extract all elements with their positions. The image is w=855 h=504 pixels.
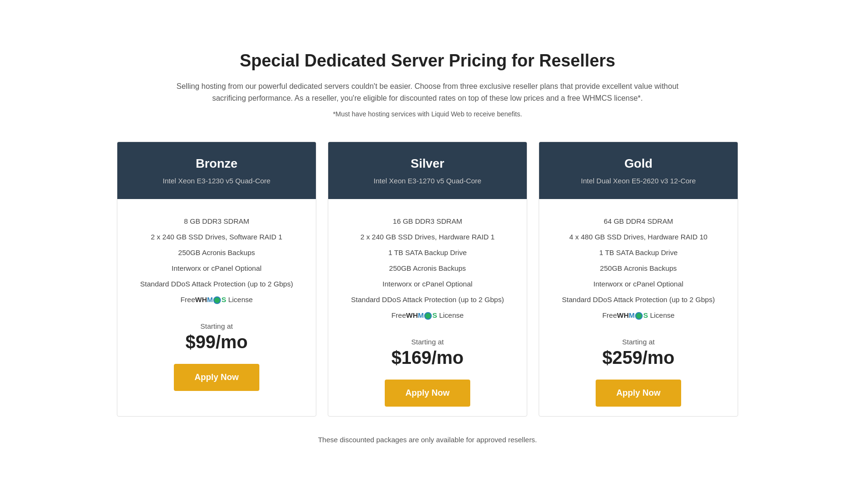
feature-item: 1 TB SATA Backup Drive xyxy=(338,245,517,260)
page-wrapper: Special Dedicated Server Pricing for Res… xyxy=(95,32,760,472)
apply-button-gold[interactable]: Apply Now xyxy=(596,380,681,407)
feature-item: 250GB Acronis Backups xyxy=(338,260,517,276)
pricing-section-silver: Starting at$169/mo xyxy=(338,338,517,368)
feature-item: Interworx or cPanel Optional xyxy=(338,276,517,292)
feature-item: 64 GB DDR4 SDRAM xyxy=(549,213,728,229)
card-bronze: BronzeIntel Xeon E3-1230 v5 Quad-Core8 G… xyxy=(117,142,316,417)
whmcs-badge: FreeWHMS License xyxy=(338,307,517,323)
starting-at-label-gold: Starting at xyxy=(549,338,728,346)
plan-processor-silver: Intel Xeon E3-1270 v5 Quad-Core xyxy=(338,177,517,185)
feature-item: 250GB Acronis Backups xyxy=(549,260,728,276)
feature-item: Interworx or cPanel Optional xyxy=(127,260,306,276)
feature-item: 250GB Acronis Backups xyxy=(127,245,306,260)
card-silver: SilverIntel Xeon E3-1270 v5 Quad-Core16 … xyxy=(328,142,527,417)
card-gold: GoldIntel Dual Xeon E5-2620 v3 12-Core64… xyxy=(539,142,738,417)
feature-list-bronze: 8 GB DDR3 SDRAM2 x 240 GB SSD Drives, So… xyxy=(127,213,306,308)
starting-at-label-bronze: Starting at xyxy=(127,322,306,330)
feature-item: 8 GB DDR3 SDRAM xyxy=(127,213,306,229)
price-bronze: $99/mo xyxy=(127,332,306,352)
feature-item: Standard DDoS Attack Protection (up to 2… xyxy=(338,292,517,307)
feature-list-gold: 64 GB DDR4 SDRAM4 x 480 GB SSD Drives, H… xyxy=(549,213,728,323)
card-body-bronze: 8 GB DDR3 SDRAM2 x 240 GB SSD Drives, So… xyxy=(117,199,316,400)
feature-item: 16 GB DDR3 SDRAM xyxy=(338,213,517,229)
price-silver: $169/mo xyxy=(338,348,517,368)
feature-item: 2 x 240 GB SSD Drives, Software RAID 1 xyxy=(127,229,306,245)
feature-item: 1 TB SATA Backup Drive xyxy=(549,245,728,260)
page-note: *Must have hosting services with Liquid … xyxy=(104,110,750,118)
whmcs-badge: FreeWHMS License xyxy=(549,307,728,323)
card-header-silver: SilverIntel Xeon E3-1270 v5 Quad-Core xyxy=(328,142,527,199)
plan-name-gold: Gold xyxy=(549,156,728,171)
feature-item: Standard DDoS Attack Protection (up to 2… xyxy=(127,276,306,292)
price-gold: $259/mo xyxy=(549,348,728,368)
page-title: Special Dedicated Server Pricing for Res… xyxy=(104,51,750,71)
whmcs-badge: FreeWHMS License xyxy=(127,292,306,308)
feature-item: Standard DDoS Attack Protection (up to 2… xyxy=(549,292,728,307)
footer-note: These discounted packages are only avail… xyxy=(104,436,750,444)
plan-name-silver: Silver xyxy=(338,156,517,171)
feature-item: Interworx or cPanel Optional xyxy=(549,276,728,292)
apply-button-silver[interactable]: Apply Now xyxy=(385,380,470,407)
card-body-silver: 16 GB DDR3 SDRAM2 x 240 GB SSD Drives, H… xyxy=(328,199,527,416)
feature-item: 4 x 480 GB SSD Drives, Hardware RAID 10 xyxy=(549,229,728,245)
feature-list-silver: 16 GB DDR3 SDRAM2 x 240 GB SSD Drives, H… xyxy=(338,213,517,323)
card-header-bronze: BronzeIntel Xeon E3-1230 v5 Quad-Core xyxy=(117,142,316,199)
pricing-section-bronze: Starting at$99/mo xyxy=(127,322,306,352)
plan-processor-gold: Intel Dual Xeon E5-2620 v3 12-Core xyxy=(549,177,728,185)
plan-processor-bronze: Intel Xeon E3-1230 v5 Quad-Core xyxy=(127,177,306,185)
plan-name-bronze: Bronze xyxy=(127,156,306,171)
cards-container: BronzeIntel Xeon E3-1230 v5 Quad-Core8 G… xyxy=(104,142,750,417)
feature-item: 2 x 240 GB SSD Drives, Hardware RAID 1 xyxy=(338,229,517,245)
card-body-gold: 64 GB DDR4 SDRAM4 x 480 GB SSD Drives, H… xyxy=(539,199,738,416)
pricing-section-gold: Starting at$259/mo xyxy=(549,338,728,368)
card-header-gold: GoldIntel Dual Xeon E5-2620 v3 12-Core xyxy=(539,142,738,199)
page-subtitle: Selling hosting from our powerful dedica… xyxy=(166,80,689,105)
starting-at-label-silver: Starting at xyxy=(338,338,517,346)
apply-button-bronze[interactable]: Apply Now xyxy=(174,364,259,391)
